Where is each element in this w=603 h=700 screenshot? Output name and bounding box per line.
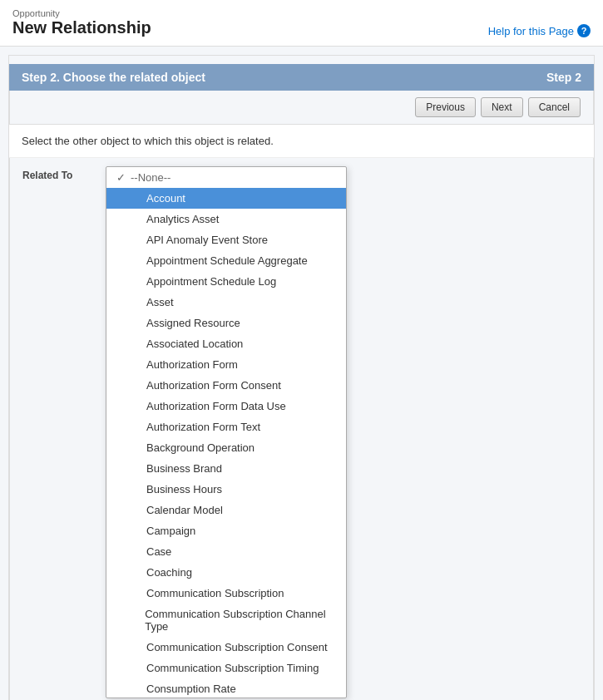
dropdown-item-auth-form-data-use[interactable]: Authorization Form Data Use: [106, 396, 346, 417]
dropdown-item-associated-location[interactable]: Associated Location: [106, 333, 346, 354]
dropdown-item-api-anomaly[interactable]: API Anomaly Event Store: [106, 229, 346, 250]
dropdown-item-business-hours[interactable]: Business Hours: [106, 479, 346, 500]
dropdown-item-calendar-model[interactable]: Calendar Model: [106, 500, 346, 520]
page-subtitle: Opportunity: [12, 8, 151, 18]
dropdown-item-comm-sub-consent[interactable]: Communication Subscription Consent: [106, 637, 346, 658]
none-check: ✓: [116, 171, 126, 184]
none-label: --None--: [131, 171, 171, 184]
dropdown-item-account[interactable]: Account: [106, 188, 346, 209]
previous-button-top[interactable]: Previous: [415, 97, 476, 117]
step-indicator: Step 2: [546, 71, 581, 84]
dropdown-item-campaign[interactable]: Campaign: [106, 520, 346, 541]
step-section: Step 2. Choose the related object Step 2…: [8, 55, 595, 700]
top-toolbar: Previous Next Cancel: [9, 91, 594, 125]
related-to-row: Related To ✓ --None-- Account: [9, 158, 594, 700]
dropdown-menu: ✓ --None-- Account Analytics Asset: [106, 166, 347, 698]
main-content: Step 2. Choose the related object Step 2…: [0, 55, 603, 700]
dropdown-item-auth-form-consent[interactable]: Authorization Form Consent: [106, 375, 346, 396]
dropdown-item-analytics-asset[interactable]: Analytics Asset: [106, 209, 346, 229]
step-label: Step 2. Choose the related object: [22, 71, 205, 84]
dropdown-item-comm-sub-timing[interactable]: Communication Subscription Timing: [106, 658, 346, 678]
dropdown-item-asset[interactable]: Asset: [106, 292, 346, 313]
next-button-top[interactable]: Next: [481, 97, 523, 117]
help-link-text: Help for this Page: [488, 25, 574, 37]
related-to-dropdown[interactable]: ✓ --None-- Account Analytics Asset: [106, 166, 347, 698]
none-option[interactable]: ✓ --None--: [106, 167, 346, 188]
dropdown-item-appt-schedule-log[interactable]: Appointment Schedule Log: [106, 271, 346, 292]
dropdown-item-background-operation[interactable]: Background Operation: [106, 437, 346, 458]
dropdown-item-coaching[interactable]: Coaching: [106, 562, 346, 583]
account-label: Account: [146, 192, 185, 205]
dropdown-item-comm-subscription[interactable]: Communication Subscription: [106, 583, 346, 604]
step-header: Step 2. Choose the related object Step 2: [9, 64, 594, 91]
help-link[interactable]: Help for this Page ?: [488, 24, 591, 37]
dropdown-item-case[interactable]: Case: [106, 541, 346, 562]
dropdown-item-appt-schedule-aggregate[interactable]: Appointment Schedule Aggregate: [106, 250, 346, 271]
dropdown-item-auth-form-text[interactable]: Authorization Form Text: [106, 417, 346, 437]
dropdown-item-business-brand[interactable]: Business Brand: [106, 458, 346, 479]
page-title-block: Opportunity New Relationship: [12, 8, 151, 37]
dropdown-wrapper: ✓ --None-- Account Analytics Asset: [106, 166, 581, 700]
dropdown-item-assigned-resource[interactable]: Assigned Resource: [106, 313, 346, 333]
notice-text: Select the other object to which this ob…: [9, 125, 594, 158]
dropdown-item-authorization-form[interactable]: Authorization Form: [106, 354, 346, 375]
help-icon: ?: [577, 24, 591, 37]
cancel-button-top[interactable]: Cancel: [528, 97, 581, 117]
page-title: New Relationship: [12, 18, 151, 37]
related-to-label: Related To: [22, 166, 106, 181]
dropdown-item-comm-sub-channel[interactable]: Communication Subscription Channel Type: [106, 604, 346, 637]
dropdown-item-consumption-rate[interactable]: Consumption Rate: [106, 678, 346, 698]
page-header: Opportunity New Relationship Help for th…: [0, 0, 603, 47]
